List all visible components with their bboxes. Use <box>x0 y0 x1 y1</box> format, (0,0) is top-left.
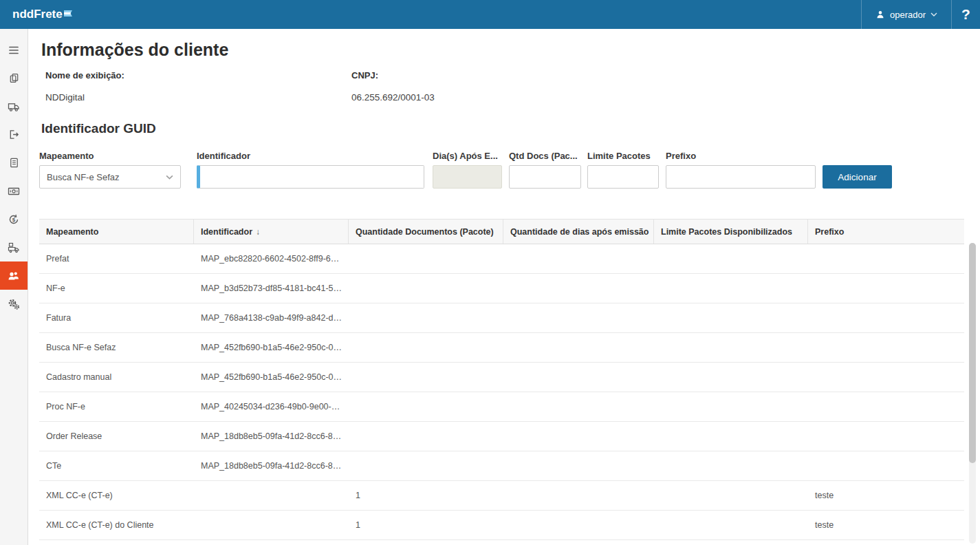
limite-pacotes-input[interactable] <box>587 165 659 189</box>
cnpj-label: CNPJ: <box>351 70 378 81</box>
document-icon <box>8 157 20 169</box>
table-row[interactable]: PrefatMAP_ebc82820-6602-4502-8ff9-6b2da.… <box>39 244 964 274</box>
brand-text: nddFrete <box>12 8 63 21</box>
table-row[interactable]: Cadastro manualMAP_452fb690-b1a5-46e2-95… <box>39 363 964 392</box>
column-header-2[interactable]: Identificador↓ <box>194 220 349 244</box>
sidebar-item-gears[interactable] <box>0 290 28 318</box>
chevron-down-icon <box>930 12 937 17</box>
table-row[interactable]: NF-eMAP_b3d52b73-df85-4181-bc41-5527... <box>39 274 964 303</box>
table-cell: MAP_18db8eb5-09fa-41d2-8cc6-83db... <box>194 461 349 471</box>
help-button[interactable]: ? <box>951 0 980 29</box>
sidebar-item-menu[interactable] <box>0 36 28 64</box>
table-cell: Cadastro manual <box>39 372 194 382</box>
sidebar-item-truck[interactable] <box>0 92 28 120</box>
column-label: Quantidade Documentos (Pacote) <box>356 227 494 237</box>
table-row[interactable]: Order ReleaseMAP_18db8eb5-09fa-41d2-8cc6… <box>39 422 964 451</box>
table-cell: Busca NF-e Sefaz <box>39 343 194 352</box>
dias-apos-input <box>433 165 502 189</box>
help-icon: ? <box>961 6 970 23</box>
table-scrollbar[interactable] <box>969 243 976 544</box>
table-cell: CTe <box>39 461 194 471</box>
identificador-label: Identificador <box>197 151 250 161</box>
table-row[interactable]: Proc NF-eMAP_40245034-d236-49b0-9e00-46e… <box>39 392 964 422</box>
table-row[interactable]: XML CC-e (CT-e) do Cliente1teste <box>39 511 964 540</box>
prefixo-input[interactable] <box>666 165 816 189</box>
scrollbar-thumb[interactable] <box>969 243 976 463</box>
table-cell: teste <box>808 491 964 500</box>
qtd-docs-label: Qtd Docs (Pac... <box>509 151 578 161</box>
brand-logo[interactable]: nddFrete <box>12 8 72 21</box>
mapeamento-select[interactable]: Busca NF-e Sefaz <box>39 165 181 189</box>
column-header-3[interactable]: Quantidade Documentos (Pacote) <box>349 220 503 244</box>
table-cell: MAP_452fb690-b1a5-46e2-950c-02b2... <box>194 343 349 352</box>
dias-apos-label: Dia(s) Após E... <box>433 151 498 161</box>
table-cell: MAP_18db8eb5-09fa-41d2-8cc6-83db... <box>194 431 349 441</box>
page-title: Informações do cliente <box>41 40 228 60</box>
column-label: Limite Pacotes Disponibilizados <box>661 227 792 237</box>
main-content: Informações do cliente Nome de exibição:… <box>29 29 980 545</box>
display-name-value: NDDigital <box>45 92 85 103</box>
mapeamento-selected-value: Busca NF-e Sefaz <box>47 172 166 182</box>
sidebar-item-document[interactable] <box>0 149 28 177</box>
qtd-docs-input[interactable] <box>509 165 581 189</box>
table-cell: 1 <box>349 491 503 500</box>
gears-icon <box>8 298 20 310</box>
table-cell: Proc NF-e <box>39 402 194 412</box>
sidebar: $ <box>0 29 28 545</box>
banknote-icon <box>8 185 20 197</box>
table-cell: NF-e <box>39 284 194 293</box>
copy-icon <box>8 72 20 84</box>
column-header-1[interactable]: Mapeamento <box>39 220 194 244</box>
brand-flag-icon <box>64 6 72 20</box>
table-cell: Fatura <box>39 313 194 323</box>
table-row[interactable]: XML CC-e (CT-e)1teste <box>39 481 964 511</box>
cnpj-value: 06.255.692/0001-03 <box>351 92 435 103</box>
sort-desc-icon: ↓ <box>256 227 260 237</box>
sidebar-item-delivery-truck[interactable] <box>0 233 28 261</box>
mapeamento-label: Mapeamento <box>39 151 94 161</box>
identificador-input[interactable] <box>197 165 424 189</box>
guid-table: MapeamentoIdentificador↓Quantidade Docum… <box>39 219 964 540</box>
table-cell: MAP_768a4138-c9ab-49f9-a842-db40... <box>194 313 349 323</box>
chevron-down-icon <box>166 175 173 180</box>
table-cell: XML CC-e (CT-e) do Cliente <box>39 520 194 530</box>
topbar-right: operador ? <box>861 0 980 29</box>
currency-refresh-icon: $ <box>8 213 20 226</box>
user-name: operador <box>890 10 926 20</box>
sidebar-item-users[interactable] <box>0 261 28 290</box>
table-cell: teste <box>808 520 964 530</box>
svg-text:$: $ <box>12 216 16 222</box>
limite-pacotes-label: Limite Pacotes <box>587 151 651 161</box>
menu-icon <box>8 44 20 56</box>
truck-icon <box>8 100 20 113</box>
top-bar: nddFrete operador ? <box>0 0 980 29</box>
prefixo-label: Prefixo <box>666 151 696 161</box>
adicionar-button[interactable]: Adicionar <box>823 165 892 189</box>
delivery-truck-icon <box>8 242 20 254</box>
column-label: Prefixo <box>815 227 844 237</box>
users-icon <box>8 270 20 282</box>
table-cell: MAP_ebc82820-6602-4502-8ff9-6b2da... <box>194 254 349 264</box>
sidebar-item-sign-out[interactable] <box>0 120 28 149</box>
section-title: Identificador GUID <box>41 121 156 136</box>
column-label: Quantidade de dias após emissão <box>510 227 649 237</box>
table-row[interactable]: CTeMAP_18db8eb5-09fa-41d2-8cc6-83db... <box>39 451 964 481</box>
user-menu[interactable]: operador <box>861 0 951 29</box>
table-cell: MAP_452fb690-b1a5-46e2-950c-02b2... <box>194 372 349 382</box>
sidebar-item-copy[interactable] <box>0 64 28 92</box>
table-cell: 1 <box>349 520 503 530</box>
table-header-row: MapeamentoIdentificador↓Quantidade Docum… <box>39 219 964 244</box>
column-header-4[interactable]: Quantidade de dias após emissão <box>503 220 654 244</box>
table-cell: Order Release <box>39 431 194 441</box>
table-row[interactable]: FaturaMAP_768a4138-c9ab-49f9-a842-db40..… <box>39 303 964 333</box>
sidebar-item-currency-refresh[interactable]: $ <box>0 205 28 233</box>
sidebar-item-banknote[interactable] <box>0 177 28 205</box>
column-label: Identificador <box>201 227 252 237</box>
table-cell: MAP_40245034-d236-49b0-9e00-46e9... <box>194 402 349 412</box>
column-header-6[interactable]: Prefixo <box>808 220 964 244</box>
table-row[interactable]: Busca NF-e SefazMAP_452fb690-b1a5-46e2-9… <box>39 333 964 363</box>
display-name-label: Nome de exibição: <box>45 70 124 81</box>
table-body: PrefatMAP_ebc82820-6602-4502-8ff9-6b2da.… <box>39 244 964 540</box>
user-icon <box>875 10 885 19</box>
column-header-5[interactable]: Limite Pacotes Disponibilizados <box>654 220 808 244</box>
